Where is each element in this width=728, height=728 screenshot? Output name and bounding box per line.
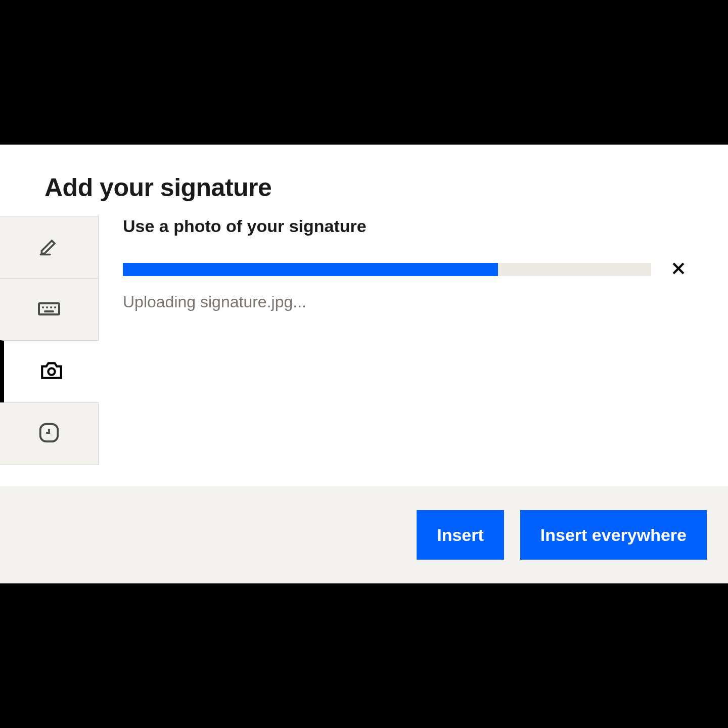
keyboard-icon [37,296,61,323]
svg-point-6 [48,368,55,375]
camera-icon [39,358,64,385]
tab-photo[interactable] [0,340,99,403]
pencil-icon [38,235,60,259]
upload-progress-fill [123,263,498,276]
cancel-upload-button[interactable] [669,260,688,279]
clock-icon [37,421,61,446]
modal-body: Use a photo of your signature Uploading … [0,202,728,486]
tab-recent[interactable] [0,402,99,465]
signature-modal: Add your signature [0,145,728,583]
insert-button[interactable]: Insert [417,510,504,560]
svg-rect-0 [39,303,59,314]
insert-everywhere-button[interactable]: Insert everywhere [520,510,707,560]
tab-draw[interactable] [0,216,99,279]
upload-progress [123,263,651,276]
modal-title: Add your signature [0,145,728,202]
modal-footer: Insert Insert everywhere [0,486,728,583]
upload-row [123,260,688,279]
content-panel: Use a photo of your signature Uploading … [99,202,728,486]
tab-type[interactable] [0,278,99,341]
tab-strip [0,216,99,486]
upload-status-text: Uploading signature.jpg... [123,293,688,311]
section-title: Use a photo of your signature [123,216,688,236]
close-icon [670,260,687,279]
